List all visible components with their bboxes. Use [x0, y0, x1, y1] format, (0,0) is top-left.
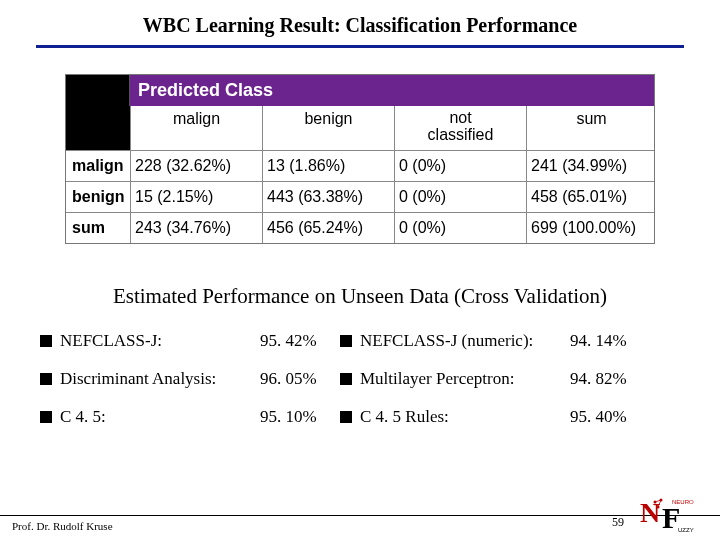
cell: 0 (0%): [394, 151, 526, 181]
cell: 0 (0%): [394, 213, 526, 243]
slide-title: WBC Learning Result: Classification Perf…: [36, 14, 684, 37]
list-item: NEFCLASS-J:: [40, 331, 260, 351]
performance-list: NEFCLASS-J: 95. 42% NEFCLASS-J (numeric)…: [36, 331, 684, 427]
subheading: Estimated Performance on Unseen Data (Cr…: [36, 284, 684, 309]
cell: 456 (65.24%): [262, 213, 394, 243]
cell: 699 (100.00%): [526, 213, 656, 243]
cell: 0 (0%): [394, 182, 526, 212]
bullet-square-icon: [40, 411, 52, 423]
row-header: benign: [66, 182, 130, 212]
table-row: sum 243 (34.76%) 456 (65.24%) 0 (0%) 699…: [66, 212, 654, 243]
table-row: malign 228 (32.62%) 13 (1.86%) 0 (0%) 24…: [66, 150, 654, 181]
bullet-square-icon: [340, 335, 352, 347]
bullet-square-icon: [40, 373, 52, 385]
neuro-fuzzy-logo-icon: N F NEURO UZZY: [634, 492, 702, 536]
page-number: 59: [612, 515, 624, 530]
bullet-square-icon: [340, 373, 352, 385]
col-header: sum: [526, 106, 656, 150]
list-item: NEFCLASS-J (numeric):: [340, 331, 570, 351]
method-name: C 4. 5 Rules:: [360, 407, 449, 427]
cell: 15 (2.15%): [130, 182, 262, 212]
method-value: 95. 40%: [570, 407, 642, 427]
method-name: Discriminant Analysis:: [60, 369, 216, 389]
title-underline: [36, 45, 684, 48]
table-row: benign 15 (2.15%) 443 (63.38%) 0 (0%) 45…: [66, 181, 654, 212]
list-item: C 4. 5 Rules:: [340, 407, 570, 427]
row-header: sum: [66, 213, 130, 243]
cell: 458 (65.01%): [526, 182, 656, 212]
cell: 228 (32.62%): [130, 151, 262, 181]
bullet-square-icon: [340, 411, 352, 423]
list-item: Discriminant Analysis:: [40, 369, 260, 389]
svg-text:NEURO: NEURO: [672, 499, 694, 505]
col-header: not classified: [394, 106, 526, 150]
col-header: benign: [262, 106, 394, 150]
method-name: NEFCLASS-J:: [60, 331, 162, 351]
method-value: 96. 05%: [260, 369, 340, 389]
method-value: 95. 10%: [260, 407, 340, 427]
method-name: Multilayer Perceptron:: [360, 369, 514, 389]
confusion-matrix-table: Predicted Class malign benign not classi…: [65, 74, 655, 244]
method-value: 94. 82%: [570, 369, 642, 389]
list-item: C 4. 5:: [40, 407, 260, 427]
row-header: malign: [66, 151, 130, 181]
bullet-square-icon: [40, 335, 52, 347]
predicted-class-header: Predicted Class: [130, 75, 654, 106]
cell: 241 (34.99%): [526, 151, 656, 181]
cell: 443 (63.38%): [262, 182, 394, 212]
svg-text:UZZY: UZZY: [678, 527, 694, 533]
table-rowheader-blank: [66, 106, 130, 150]
cell: 13 (1.86%): [262, 151, 394, 181]
cell: 243 (34.76%): [130, 213, 262, 243]
method-name: NEFCLASS-J (numeric):: [360, 331, 533, 351]
list-item: Multilayer Perceptron:: [340, 369, 570, 389]
method-name: C 4. 5:: [60, 407, 106, 427]
footer-author: Prof. Dr. Rudolf Kruse: [12, 520, 113, 532]
col-header: malign: [130, 106, 262, 150]
method-value: 95. 42%: [260, 331, 340, 351]
table-corner-blank: [66, 75, 130, 106]
method-value: 94. 14%: [570, 331, 642, 351]
